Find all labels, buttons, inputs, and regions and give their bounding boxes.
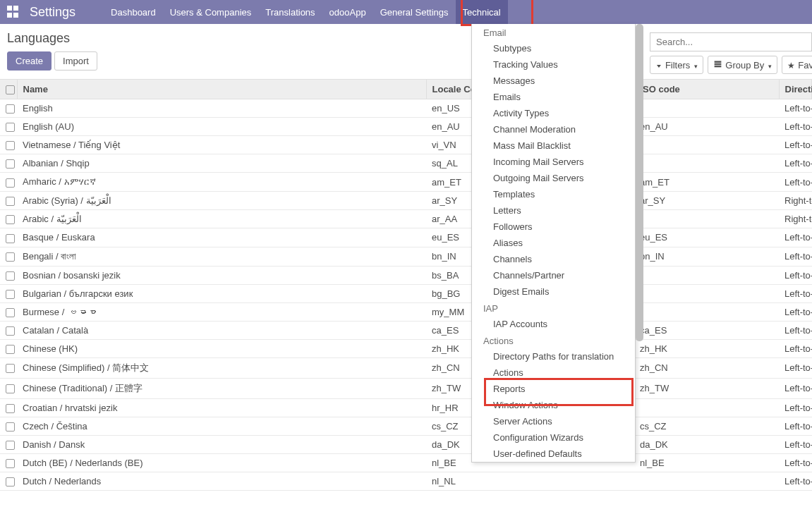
row-checkbox[interactable] [0, 192, 17, 210]
table-row[interactable]: Czech / Češtinacs_CZcs_CZLeft-to-Right [0, 417, 812, 435]
row-checkbox[interactable] [0, 99, 17, 118]
row-checkbox[interactable] [0, 247, 17, 266]
table-row[interactable]: Chinese (Traditional) / 正體字zh_TWzh_TWLef… [0, 378, 812, 398]
table-row[interactable]: Arabic / الْعَرَبيّةar_AARight-to-Left [0, 210, 812, 228]
row-checkbox[interactable] [0, 454, 17, 472]
row-checkbox[interactable] [0, 173, 17, 192]
nav-users-companies[interactable]: Users & Companies [163, 0, 259, 24]
row-checkbox[interactable] [0, 302, 17, 321]
row-checkbox[interactable] [0, 378, 17, 398]
row-checkbox[interactable] [0, 472, 17, 491]
dropdown-item[interactable]: Digest Emails [472, 283, 635, 300]
cell-name: Dutch / Nederlands [17, 472, 426, 491]
dropdown-scrollbar[interactable] [636, 24, 643, 341]
table-row[interactable]: Englishen_USLeft-to-Right [0, 99, 812, 118]
dropdown-item[interactable]: Outgoing Mail Servers [472, 170, 635, 186]
table-row[interactable]: Chinese (Simplified) / 简体中文zh_CNzh_CNLef… [0, 357, 812, 378]
create-button[interactable]: Create [7, 51, 51, 71]
cell-direction: Left-to-Right [779, 284, 812, 302]
cell-iso: zh_HK [634, 339, 779, 357]
dropdown-item[interactable]: Window Actions [472, 397, 635, 413]
table-row[interactable]: Dutch (BE) / Nederlands (BE)nl_BEnl_BELe… [0, 454, 812, 472]
row-checkbox[interactable] [0, 228, 17, 247]
nav-technical[interactable]: Technical [456, 0, 508, 24]
table-row[interactable]: Danish / Danskda_DKda_DKLeft-to-Right [0, 435, 812, 453]
nav-translations[interactable]: Translations [258, 0, 322, 24]
dropdown-item[interactable]: Directory Paths for translation [472, 348, 635, 365]
dropdown-item[interactable]: Channels/Partner [472, 267, 635, 283]
app-brand[interactable]: Settings [30, 5, 75, 20]
select-all-header[interactable] [0, 80, 17, 99]
dropdown-item[interactable]: Configuration Wizards [472, 429, 635, 446]
table-row[interactable]: Burmese / ဗမာစာmy_MMLeft-to-Right [0, 302, 812, 321]
cell-name: Croatian / hrvatski jezik [17, 398, 426, 417]
favorites-button[interactable]: Favorites [782, 56, 812, 74]
dropdown-item[interactable]: Channels [472, 251, 635, 267]
row-checkbox[interactable] [0, 136, 17, 154]
dropdown-item[interactable]: Incoming Mail Servers [472, 154, 635, 170]
layers-icon [713, 59, 722, 71]
dropdown-item[interactable]: Letters [472, 202, 635, 219]
dropdown-item[interactable]: Aliases [472, 235, 635, 251]
dropdown-item[interactable]: Mass Mail Blacklist [472, 137, 635, 154]
dropdown-item[interactable]: Actions [472, 365, 635, 381]
cell-name: English [17, 99, 426, 118]
table-row[interactable]: Bosnian / bosanski jezikbs_BALeft-to-Rig… [0, 266, 812, 284]
row-checkbox[interactable] [0, 357, 17, 378]
cell-direction: Left-to-Right [779, 321, 812, 339]
dropdown-item[interactable]: Messages [472, 73, 635, 89]
table-row[interactable]: Dutch / Nederlandsnl_NLLeft-to-Right [0, 472, 812, 491]
star-icon [787, 60, 795, 71]
dropdown-item[interactable]: Channel Moderation [472, 121, 635, 137]
row-checkbox[interactable] [0, 321, 17, 339]
table-row[interactable]: Vietnamese / Tiếng Việtvi_VNLeft-to-Righ… [0, 136, 812, 154]
cell-name: Chinese (Simplified) / 简体中文 [17, 357, 426, 378]
dropdown-item[interactable]: Activity Types [472, 105, 635, 121]
table-row[interactable]: Basque / Euskaraeu_ESeu_ESLeft-to-Right [0, 228, 812, 247]
dropdown-item[interactable]: Reports [472, 381, 635, 397]
dropdown-item[interactable]: Emails [472, 89, 635, 105]
row-checkbox[interactable] [0, 398, 17, 417]
row-checkbox[interactable] [0, 435, 17, 453]
table-row[interactable]: Arabic (Syria) / الْعَرَبيّةar_SYar_SYRi… [0, 192, 812, 210]
import-button[interactable]: Import [54, 51, 97, 71]
search-input[interactable] [650, 32, 812, 51]
table-row[interactable]: English (AU)en_AUen_AULeft-to-Right [0, 118, 812, 136]
row-checkbox[interactable] [0, 154, 17, 173]
cell-name: Arabic (Syria) / الْعَرَبيّة [17, 192, 426, 210]
table-row[interactable]: Amharic / አምሃርኛam_ETam_ETLeft-to-Right [0, 173, 812, 192]
nav-dashboard[interactable]: Dashboard [104, 0, 163, 24]
dropdown-item[interactable]: Server Actions [472, 413, 635, 429]
cell-iso: bn_IN [634, 247, 779, 266]
cell-direction: Left-to-Right [779, 154, 812, 173]
table-row[interactable]: Bengali / বাংলাbn_INbn_INLeft-to-Right [0, 247, 812, 266]
row-checkbox[interactable] [0, 417, 17, 435]
row-checkbox[interactable] [0, 118, 17, 136]
dropdown-item[interactable]: Followers [472, 219, 635, 235]
row-checkbox[interactable] [0, 284, 17, 302]
row-checkbox[interactable] [0, 339, 17, 357]
col-iso[interactable]: ISO code [634, 80, 779, 99]
dropdown-item[interactable]: User-defined Defaults [472, 446, 635, 462]
nav-general-settings[interactable]: General Settings [373, 0, 456, 24]
groupby-button[interactable]: Group By [708, 56, 777, 74]
dropdown-item[interactable]: Subtypes [472, 40, 635, 56]
table-row[interactable]: Catalan / Catalàca_ESca_ESLeft-to-Right [0, 321, 812, 339]
dropdown-item[interactable]: Templates [472, 186, 635, 202]
dropdown-item[interactable]: IAP Accounts [472, 316, 635, 332]
table-row[interactable]: Croatian / hrvatski jezikhr_HRLeft-to-Ri… [0, 398, 812, 417]
table-row[interactable]: Chinese (HK)zh_HKzh_HKLeft-to-Right [0, 339, 812, 357]
col-name[interactable]: Name [17, 80, 426, 99]
table-row[interactable]: Bulgarian / български езикbg_BGLeft-to-R… [0, 284, 812, 302]
apps-icon[interactable] [7, 6, 20, 18]
table-row[interactable]: Albanian / Shqipsq_ALLeft-to-Right [0, 154, 812, 173]
filters-button[interactable]: Filters [650, 56, 703, 74]
col-direction[interactable]: Direction [779, 80, 812, 99]
nav-odooapp[interactable]: odooApp [322, 0, 373, 24]
row-checkbox[interactable] [0, 210, 17, 228]
cell-direction: Left-to-Right [779, 472, 812, 491]
row-checkbox[interactable] [0, 266, 17, 284]
cell-iso [634, 302, 779, 321]
dropdown-item[interactable]: Tracking Values [472, 56, 635, 73]
cell-iso: nl_BE [634, 454, 779, 472]
